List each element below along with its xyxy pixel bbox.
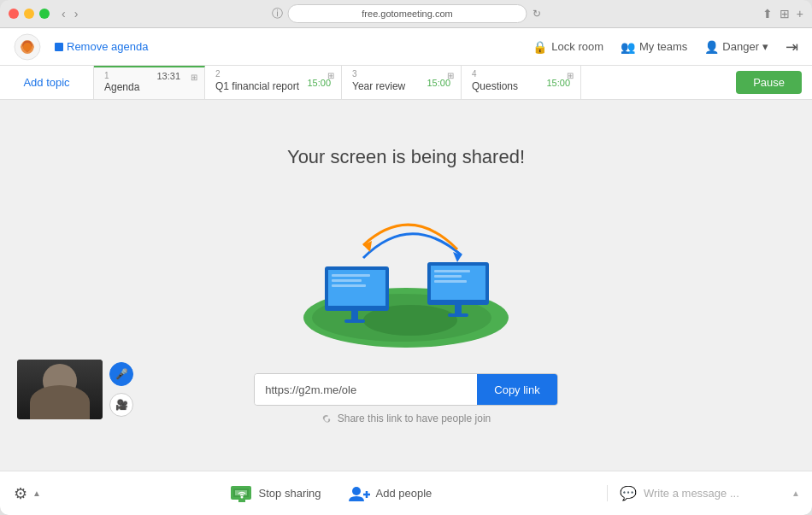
svg-rect-11 bbox=[344, 319, 365, 323]
stop-sharing-action[interactable]: Stop sharing bbox=[230, 485, 321, 502]
settings-chevron-icon: ▲ bbox=[32, 489, 41, 498]
top-bar: Remove agenda 🔒 Lock room 👥 My teams 👤 D… bbox=[0, 28, 812, 66]
minimize-button[interactable] bbox=[24, 9, 34, 19]
reload-icon[interactable]: ↻ bbox=[533, 8, 541, 20]
window-actions: ⬆ ⊞ + bbox=[762, 7, 803, 20]
tab-expand-2: ⊞ bbox=[327, 71, 334, 80]
share-hint: Share this link to have people join bbox=[321, 413, 491, 424]
stop-sharing-icon bbox=[230, 485, 254, 502]
exit-button[interactable]: ⇥ bbox=[786, 38, 798, 56]
url-row: Copy link bbox=[254, 373, 557, 406]
tab-num-4: 4 bbox=[472, 69, 477, 79]
message-icon: 💬 bbox=[620, 485, 637, 501]
tab-name-2: Q1 financial report bbox=[215, 80, 299, 92]
agenda-tabs: 1 13:31 ⊞ Agenda 2 Q1 financial report 1… bbox=[94, 66, 736, 99]
tab-expand-4: ⊞ bbox=[567, 71, 574, 80]
camera-button[interactable]: 🎥 bbox=[109, 393, 133, 417]
teams-icon: 👥 bbox=[621, 40, 635, 54]
svg-rect-16 bbox=[434, 280, 467, 283]
lock-icon: 🔒 bbox=[533, 40, 547, 54]
bottom-left: ⚙ ▲ bbox=[0, 484, 55, 503]
pause-button[interactable]: Pause bbox=[736, 71, 802, 94]
title-bar: ‹ › ⓘ free.gotomeeting.com ↻ ⬆ ⊞ + bbox=[0, 0, 812, 27]
remove-agenda-icon bbox=[55, 43, 63, 51]
chat-chevron-icon: ▲ bbox=[791, 489, 800, 498]
nav-buttons: ‹ › bbox=[58, 5, 81, 22]
tab-num-3: 3 bbox=[352, 69, 357, 79]
link-hint-icon bbox=[321, 413, 333, 424]
svg-point-25 bbox=[240, 495, 243, 498]
agenda-bar: Add topic 1 13:31 ⊞ Agenda 2 Q1 financia… bbox=[0, 66, 812, 100]
tab-timer-1: 13:31 bbox=[156, 71, 180, 81]
svg-rect-8 bbox=[332, 279, 362, 282]
traffic-lights bbox=[9, 9, 50, 19]
maximize-button[interactable] bbox=[39, 9, 50, 19]
video-panel: 🎤 🎥 bbox=[17, 360, 133, 419]
svg-point-1 bbox=[23, 43, 32, 51]
video-thumbnail bbox=[17, 360, 103, 419]
bottom-right: 💬 Write a message ... ▲ bbox=[607, 485, 812, 501]
mic-button[interactable]: 🎤 bbox=[109, 362, 133, 386]
tab-name-4: Questions bbox=[472, 80, 518, 92]
tab-num-1: 1 bbox=[104, 71, 109, 80]
close-button[interactable] bbox=[9, 9, 19, 19]
url-area: Copy link Share this link to have people… bbox=[254, 373, 557, 424]
top-bar-right: 🔒 Lock room 👥 My teams 👤 Danger ▾ ⇥ bbox=[533, 38, 798, 56]
remove-agenda-button[interactable]: Remove agenda bbox=[55, 40, 148, 53]
app-container: Remove agenda 🔒 Lock room 👥 My teams 👤 D… bbox=[0, 28, 812, 515]
add-topic-button[interactable]: Add topic bbox=[0, 66, 94, 99]
add-tab-button[interactable]: + bbox=[797, 7, 803, 20]
tab-name-1: Agenda bbox=[104, 81, 139, 93]
forward-button[interactable]: › bbox=[71, 5, 82, 22]
person-face bbox=[17, 360, 103, 419]
copy-link-button[interactable]: Copy link bbox=[477, 374, 556, 405]
share-window-button[interactable]: ⬆ bbox=[762, 7, 773, 20]
tab-expand-3: ⊞ bbox=[447, 71, 454, 80]
logo bbox=[14, 33, 41, 61]
tab-num-2: 2 bbox=[215, 69, 221, 79]
settings-button[interactable]: ⚙ bbox=[14, 484, 27, 503]
new-tab-button[interactable]: ⊞ bbox=[780, 7, 790, 20]
svg-rect-14 bbox=[434, 270, 470, 272]
agenda-tab-3[interactable]: 3 Year review 15:00 ⊞ bbox=[342, 66, 462, 99]
svg-rect-15 bbox=[434, 275, 462, 278]
main-content: Your screen is being shared! bbox=[0, 100, 812, 471]
video-controls: 🎤 🎥 bbox=[109, 362, 133, 417]
svg-rect-9 bbox=[332, 284, 366, 287]
agenda-tab-2[interactable]: 2 Q1 financial report 15:00 ⊞ bbox=[205, 66, 342, 99]
add-people-action[interactable]: Add people bbox=[347, 484, 432, 503]
my-teams-action[interactable]: 👥 My teams bbox=[621, 40, 687, 54]
bottom-bar: ⚙ ▲ Stop sharing bbox=[0, 471, 812, 515]
tab-expand-1: ⊞ bbox=[191, 73, 197, 82]
danger-dropdown[interactable]: 👤 Danger ▾ bbox=[704, 40, 768, 54]
screen-share-title: Your screen is being shared! bbox=[287, 146, 525, 168]
svg-rect-18 bbox=[448, 313, 468, 317]
lock-room-action[interactable]: 🔒 Lock room bbox=[533, 40, 603, 54]
agenda-tab-4[interactable]: 4 Questions 15:00 ⊞ bbox=[462, 66, 581, 99]
window-chrome: ‹ › ⓘ free.gotomeeting.com ↻ ⬆ ⊞ + bbox=[0, 0, 812, 28]
message-input-placeholder[interactable]: Write a message ... bbox=[644, 487, 785, 500]
address-bar[interactable]: free.gotomeeting.com bbox=[288, 4, 527, 23]
svg-rect-17 bbox=[455, 305, 462, 313]
svg-rect-24 bbox=[238, 500, 245, 502]
screen-share-illustration bbox=[278, 194, 534, 348]
address-bar-wrap: ⓘ free.gotomeeting.com ↻ bbox=[272, 4, 541, 23]
add-people-icon bbox=[347, 484, 371, 503]
agenda-tab-1[interactable]: 1 13:31 ⊞ Agenda bbox=[94, 66, 205, 99]
illustration-svg bbox=[278, 194, 534, 348]
svg-rect-7 bbox=[332, 274, 370, 277]
svg-point-26 bbox=[352, 487, 361, 495]
info-icon: ⓘ bbox=[272, 6, 283, 21]
url-input[interactable] bbox=[255, 374, 477, 405]
chevron-down-icon: ▾ bbox=[762, 40, 768, 53]
person-body bbox=[30, 385, 90, 419]
svg-rect-10 bbox=[351, 311, 358, 319]
bottom-center: Stop sharing Add people bbox=[55, 484, 607, 503]
back-button[interactable]: ‹ bbox=[58, 5, 69, 22]
user-icon: 👤 bbox=[704, 40, 719, 54]
tab-name-3: Year review bbox=[352, 80, 405, 92]
